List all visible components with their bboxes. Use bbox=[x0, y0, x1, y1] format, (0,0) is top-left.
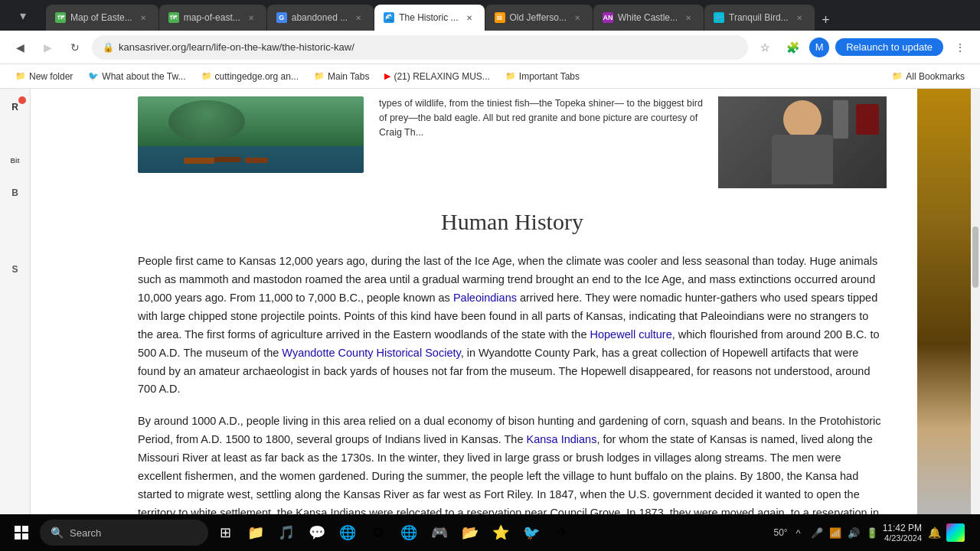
tab-bar: ▾ 🗺 Map of Easte... ✕ 🗺 map-of-east... ✕… bbox=[0, 0, 980, 31]
reload-button[interactable]: ↻ bbox=[64, 37, 86, 58]
search-icon: 🔍 bbox=[51, 527, 64, 539]
bookmark-label: New folder bbox=[29, 71, 73, 82]
tray-battery-icon[interactable]: 🔋 bbox=[864, 525, 880, 540]
tab-close-button[interactable]: ✕ bbox=[137, 11, 149, 24]
tab-label: Old Jefferso... bbox=[510, 12, 567, 23]
app-icon: 🐦 bbox=[523, 524, 540, 541]
bookmark-new-folder[interactable]: 📁 New folder bbox=[9, 70, 79, 83]
security-icon: 🔒 bbox=[103, 42, 114, 53]
tab-favicon: 🗺 bbox=[55, 12, 66, 23]
taskbar-widgets[interactable]: ⊞ bbox=[211, 519, 239, 546]
taskbar-icon-9[interactable]: ⭐ bbox=[487, 519, 514, 546]
telegram-icon: ✈ bbox=[557, 524, 568, 541]
tab-favicon: 🗺 bbox=[168, 12, 179, 23]
sidebar-bitcoin1[interactable]: Bit bbox=[3, 148, 28, 173]
tab-jefferson[interactable]: 🏛 Old Jefferso... ✕ bbox=[485, 5, 593, 31]
bookmark-relaxing[interactable]: ▶ (21) RELAXING MUS... bbox=[378, 70, 495, 83]
sidebar-icon-b[interactable]: B bbox=[3, 181, 28, 205]
taskbar-icon-10[interactable]: 🐦 bbox=[518, 519, 545, 546]
browser-sidebar: R Bit B S bbox=[0, 89, 31, 514]
sidebar-icon-s[interactable]: S bbox=[3, 257, 28, 282]
taskbar-file-explorer[interactable]: 📁 bbox=[242, 519, 270, 546]
music-icon: 🎵 bbox=[278, 524, 295, 541]
profile-avatar[interactable]: M bbox=[809, 37, 829, 57]
youtube-icon: ▶ bbox=[384, 71, 390, 81]
show-desktop-button[interactable] bbox=[968, 517, 974, 548]
wyandotte-link[interactable]: Wyandotte County Historical Society bbox=[282, 347, 460, 359]
system-clock[interactable]: 11:42 PM 4/23/2024 bbox=[883, 523, 922, 543]
relaunch-button[interactable]: Relaunch to update bbox=[835, 38, 943, 56]
address-bar[interactable]: 🔒 kansasriver.org/learn/life-on-the-kaw/… bbox=[92, 35, 748, 60]
bookmark-label: All Bookmarks bbox=[906, 71, 965, 82]
scrollbar-thumb[interactable] bbox=[972, 227, 978, 288]
sidebar-profile[interactable]: R bbox=[3, 95, 28, 119]
paleoindians-link[interactable]: Paleoindians bbox=[453, 292, 517, 304]
content-area: R Bit B S bbox=[0, 89, 980, 514]
taskbar-search-box[interactable]: 🔍 Search bbox=[40, 520, 208, 546]
paragraph-2: By around 1000 A.D., people living in th… bbox=[138, 412, 887, 514]
edge-icon: 🌐 bbox=[339, 524, 356, 541]
tab-white-castle[interactable]: AN White Castle... ✕ bbox=[593, 5, 704, 31]
tray-chevron[interactable]: ^ bbox=[791, 525, 806, 540]
bookmark-main-tabs[interactable]: 📁 Main Tabs bbox=[308, 70, 375, 83]
tab-close-button[interactable]: ✕ bbox=[571, 11, 583, 24]
bookmark-label: Important Tabs bbox=[519, 71, 580, 82]
extensions-button[interactable]: 🧩 bbox=[782, 37, 803, 58]
scrollbar-track[interactable] bbox=[971, 89, 980, 514]
taskbar-teams[interactable]: 💬 bbox=[303, 519, 331, 546]
tab-favicon: G bbox=[276, 12, 287, 23]
tab-map-east2[interactable]: 🗺 map-of-east... ✕ bbox=[159, 5, 266, 31]
tray-volume-icon[interactable]: 🔊 bbox=[846, 525, 861, 540]
bookmark-cuttingedge[interactable]: 📁 cuttingedge.org an... bbox=[195, 70, 305, 83]
tab-label: Tranquil Bird... bbox=[729, 12, 789, 23]
section-title: Human History bbox=[138, 204, 887, 240]
folder-icon: 📁 bbox=[892, 71, 903, 81]
forward-button[interactable]: ▶ bbox=[37, 37, 58, 58]
menu-button[interactable]: ⋮ bbox=[949, 37, 971, 58]
taskbar-icon-7[interactable]: 🎮 bbox=[426, 519, 453, 546]
taskbar-music[interactable]: 🎵 bbox=[273, 519, 300, 546]
bookmark-twitch[interactable]: 🐦 What about the Tw... bbox=[82, 70, 191, 83]
taskbar-icon-11[interactable]: ✈ bbox=[548, 519, 576, 546]
tab-close-button[interactable]: ✕ bbox=[682, 11, 694, 24]
tab-close-button[interactable]: ✕ bbox=[463, 11, 475, 24]
tab-favicon: 🏛 bbox=[495, 12, 505, 23]
weather-widget[interactable]: 50° bbox=[773, 527, 787, 538]
tab-map-easte[interactable]: 🗺 Map of Easte... ✕ bbox=[46, 5, 158, 31]
bookmark-important[interactable]: 📁 Important Tabs bbox=[499, 70, 586, 83]
new-tab-button[interactable]: + bbox=[815, 9, 837, 31]
taskbar-corner-widget[interactable] bbox=[946, 523, 965, 542]
chrome-icon: ⚙ bbox=[372, 524, 384, 541]
url-text: kansasriver.org/learn/life-on-the-kaw/th… bbox=[119, 41, 737, 53]
hopewell-link[interactable]: Hopewell culture bbox=[590, 328, 672, 341]
clock-date: 4/23/2024 bbox=[883, 533, 922, 543]
tray-wifi-icon[interactable]: 📶 bbox=[828, 525, 843, 540]
tab-close-button[interactable]: ✕ bbox=[793, 11, 805, 24]
paragraph-1: People first came to Kansas 12,000 years… bbox=[138, 253, 887, 399]
search-placeholder: Search bbox=[70, 527, 101, 539]
bookmark-button[interactable]: ☆ bbox=[754, 37, 776, 58]
taskbar-icon-6[interactable]: 🌐 bbox=[395, 519, 423, 546]
start-button[interactable] bbox=[6, 517, 37, 548]
notification-bell[interactable]: 🔔 bbox=[925, 523, 943, 542]
page-content: types of wildlife, from the tiniest fish… bbox=[31, 89, 980, 514]
tab-close-button[interactable]: ✕ bbox=[352, 11, 364, 24]
back-button[interactable]: ◀ bbox=[9, 37, 31, 58]
tab-favicon: AN bbox=[603, 12, 613, 23]
taskbar: 🔍 Search ⊞ 📁 🎵 💬 🌐 ⚙ 🌐 🎮 📂 bbox=[0, 514, 980, 551]
tab-historic[interactable]: 🌊 The Historic ... ✕ bbox=[374, 5, 484, 31]
taskbar-icon-8[interactable]: 📂 bbox=[456, 519, 484, 546]
tab-abandoned[interactable]: G abandoned ... ✕ bbox=[267, 5, 374, 31]
taskbar-edge[interactable]: 🌐 bbox=[334, 519, 361, 546]
tab-close-button[interactable]: ✕ bbox=[245, 11, 257, 24]
bookmark-label: cuttingedge.org an... bbox=[215, 71, 299, 82]
tab-list-button[interactable]: ▾ bbox=[20, 8, 26, 23]
tray-mic-icon[interactable]: 🎤 bbox=[809, 525, 825, 540]
right-images bbox=[917, 89, 971, 514]
browser-window: ▾ 🗺 Map of Easte... ✕ 🗺 map-of-east... ✕… bbox=[0, 0, 980, 551]
tab-tranquil[interactable]: 🐦 Tranquil Bird... ✕ bbox=[704, 5, 815, 31]
taskbar-chrome[interactable]: ⚙ bbox=[364, 519, 392, 546]
tab-label: Map of Easte... bbox=[70, 12, 132, 23]
kansa-indians-link[interactable]: Kansa Indians bbox=[527, 433, 597, 445]
bookmark-all[interactable]: 📁 All Bookmarks bbox=[886, 70, 971, 83]
